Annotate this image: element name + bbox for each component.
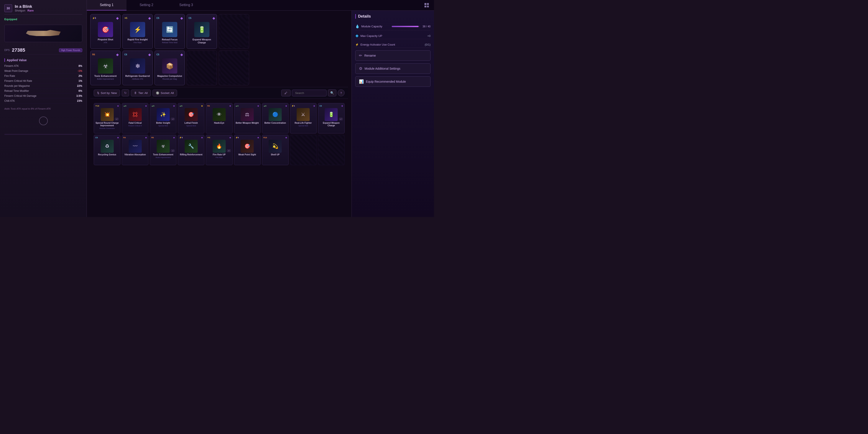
refresh-button[interactable]: ↻ [122,89,129,96]
weapon-image [4,25,82,42]
stack-badge: x2 [171,150,175,152]
equipped-module-card[interactable]: C5 ◆ 🔄 Reload Focus Reload Time Mod [155,14,185,49]
library-module-card[interactable]: ▲4 ◆ ⚖ Better Weapon Weight [234,103,260,133]
weapon-type: Shotgun [15,9,25,12]
search-input[interactable] [292,90,327,96]
energy-label: Energy Activator Use Count [361,43,395,46]
lib-rarity-gem: ◆ [229,136,231,139]
lib-rarity-gem: ◆ [173,104,175,107]
sort-button[interactable]: ⇅ Sort by: New [94,90,120,96]
lib-rarity-gem: ◆ [117,104,119,107]
library-module-card[interactable]: ✕16 ◆ 💥 x2 Special Round Charge Improvem… [94,103,120,133]
tier-label: Tier: All [138,91,148,95]
library-module-card[interactable]: ⚡6 ◆ ⚔ Real-Life Fighter Special Mod [290,103,317,133]
lib-card-header: ✕16 ◆ [95,104,119,107]
lib-socket-badge: C5 [319,104,322,107]
library-module-card[interactable]: C5 ◆ ♻ Recycling Genius [94,135,120,165]
rarity-gem: ◆ [212,16,215,20]
stat-value: 6% [79,89,82,92]
rename-button[interactable]: ✏ Rename [355,50,431,61]
lib-card-header: C5 ◆ [95,136,119,139]
lib-card-header: ▲6 ◆ [123,104,147,107]
marker-icon-btn[interactable]: 🖊 [281,90,290,96]
equip-icon: 📊 [359,79,364,84]
scroll-bar-h[interactable] [4,134,82,135]
socket-badge: ✕5 [124,16,127,20]
lib-module-icon: 👁 [213,108,226,121]
stat-name: Firearm ATK [4,64,19,67]
lib-module-icon: ⚖ [241,108,254,121]
equip-recommended-button[interactable]: 📊 Equip Recommended Module [355,76,431,87]
lib-module-name: Toxic Enhancement [153,153,174,156]
tab-setting2[interactable]: Setting 2 [126,0,166,10]
capacity-label: Module Capacity [361,25,390,28]
lib-module-name: Expand Weapon Charge [319,122,343,127]
stat-row: Firearm ATK8% [4,64,82,69]
lib-card-header: ✕5 ◆ [207,136,231,139]
module-icon: ⚡ [130,22,145,37]
equipped-module-card [187,51,217,85]
module-icon: 📦 [162,58,177,73]
help-button[interactable]: ? [338,89,345,96]
library-module-card[interactable]: ▲6 ◆ ✨ x4 Better Insight Special Mod [150,103,177,133]
socket-label: Socket: All [161,91,174,95]
library-module-card[interactable]: C5 ◆ 🔋 x2 Expand Weapon Charge [318,103,345,133]
rename-label: Rename [364,54,376,57]
module-subtype: Attribute ATK [132,78,143,80]
library-module-card[interactable]: ▲6 ◆ 🎯 Lethal Finish Special Mod [178,103,205,133]
library-module-card[interactable]: R4 ◆ 〰 Vibration Absorption [122,135,148,165]
weapon-rarity: Rare [27,9,34,12]
tab-grid-icon[interactable] [423,1,431,9]
module-name: Magazine Compulsive [157,74,182,78]
lib-module-name: Lethal Finish [184,122,198,124]
equipped-module-card[interactable]: R6 ◆ ☣ Toxic Enhancement Bullet Improvem… [90,51,121,85]
main-area: Setting 1 Setting 2 Setting 3 ⚡6 ◆ 🎯 Pin… [87,0,434,217]
lib-card-header: R16 ◆ [264,136,287,139]
tab-setting3[interactable]: Setting 3 [166,0,206,10]
module-name: Reload Focus [162,38,178,41]
equipped-module-card[interactable]: C6 ◆ ❄ Refrigerate Gunbarrel Attribute A… [122,51,153,85]
capacity-text: 38 / 40 [422,25,431,28]
tab-setting1[interactable]: Setting 1 [87,0,126,10]
equipped-module-card[interactable]: C5 ◆ 📦 Magazine Compulsive Rounds per Ma… [155,51,185,85]
lib-module-name: Real-Life Fighter [295,122,312,124]
module-card-header: C5 ◆ [189,16,215,20]
lib-module-icon: 🔵 [269,108,282,121]
energy-row: ⚡ Energy Activator Use Count (0/1) [355,42,431,48]
library-module-card[interactable]: ▲6 ◆ 💢 Fatal Critical Firearm Critical H [122,103,148,133]
library-module-card[interactable]: R4 ◆ 👁 Hawk-Eye [206,103,232,133]
library-module-card[interactable]: ⚡6 ◆ 🔧 Rifling Reinforcement [178,135,205,165]
library-module-card[interactable]: R16 ◆ 💫 Shell UP [262,135,289,165]
lib-socket-badge: ▲6 [179,104,182,107]
lib-card-header: ▲4 ◆ [236,104,259,107]
weapon-silhouette [26,29,61,38]
library-module-card[interactable]: ✕5 ◆ 🔥 x5 Fire Rate UP Fire Rate [206,135,232,165]
max-capacity-icon: 💠 [355,34,359,37]
weapon-info: In a Blink Shotgun Rare [15,4,82,12]
lib-card-header: ▲6 ◆ [151,104,175,107]
module-card-header: ⚡6 ◆ [92,16,119,20]
module-grid-area: ⚡6 ◆ 🎯 Pinpoint Shot ATK ✕5 ◆ ⚡ Rapid Fi… [87,11,351,217]
module-additional-settings-button[interactable]: ⚙ Module Additional Settings [355,63,431,74]
stat-row: Firearm Critical Hit Damage3.5% [4,94,82,98]
equipped-module-card[interactable]: ✕5 ◆ ⚡ Rapid Fire Insight Fire Rate [122,14,153,49]
lib-module-subtype: Firearm Critical H [128,125,142,127]
lib-module-subtype: Rounds Conversion [99,127,115,129]
equipped-module-card[interactable]: C5 ◆ 🔋 Expand Weapon Charge [187,14,217,49]
tooltip-text: Adds Toxic ATK equal to 8% of Firearm AT… [4,107,82,110]
equipped-module-card[interactable]: ⚡6 ◆ 🎯 Pinpoint Shot ATK [90,14,121,49]
tier-filter[interactable]: 🎚 Tier: All [131,90,151,96]
socket-filter[interactable]: 🔘 Socket: All [153,90,177,96]
ammo-badge: High Power Rounds [59,49,82,52]
lib-socket-badge: R4 [123,136,126,139]
lib-module-icon: 🔥 [213,140,226,153]
library-module-card[interactable]: ⚡6 ◆ 🎯 Weak Point Sight [234,135,260,165]
lib-rarity-gem: ◆ [285,104,287,107]
lib-socket-badge: ⚡6 [291,104,295,107]
module-name: Toxic Enhancement [94,74,117,78]
settings-icon: ⚙ [359,66,362,71]
lib-module-icon: 💥 [101,108,114,121]
library-module-card[interactable]: ▲6 ◆ 🔵 Better Concentration [262,103,289,133]
search-button[interactable]: 🔍 [328,89,336,96]
library-module-card[interactable]: R6 ◆ ☣ x2 Toxic Enhancement Bullet Impro… [150,135,177,165]
